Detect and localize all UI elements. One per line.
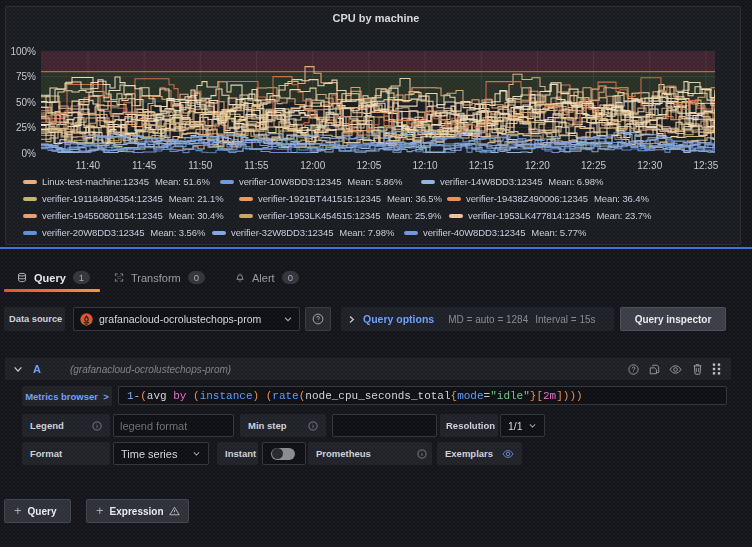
svg-text:11:45: 11:45 (132, 160, 157, 171)
svg-text:12:20: 12:20 (525, 160, 550, 171)
svg-text:100%: 100% (10, 46, 36, 57)
svg-text:12:15: 12:15 (469, 160, 494, 171)
svg-text:50%: 50% (16, 97, 36, 108)
svg-text:11:50: 11:50 (188, 160, 213, 171)
svg-text:12:25: 12:25 (581, 160, 606, 171)
svg-text:12:05: 12:05 (356, 160, 381, 171)
svg-text:11:55: 11:55 (244, 160, 269, 171)
svg-text:25%: 25% (16, 122, 36, 133)
svg-text:11:40: 11:40 (76, 160, 101, 171)
svg-text:75%: 75% (16, 71, 36, 82)
svg-text:12:00: 12:00 (300, 160, 325, 171)
svg-text:12:35: 12:35 (693, 160, 718, 171)
svg-text:12:30: 12:30 (637, 160, 662, 171)
svg-text:12:10: 12:10 (412, 160, 437, 171)
svg-text:0%: 0% (22, 148, 37, 159)
